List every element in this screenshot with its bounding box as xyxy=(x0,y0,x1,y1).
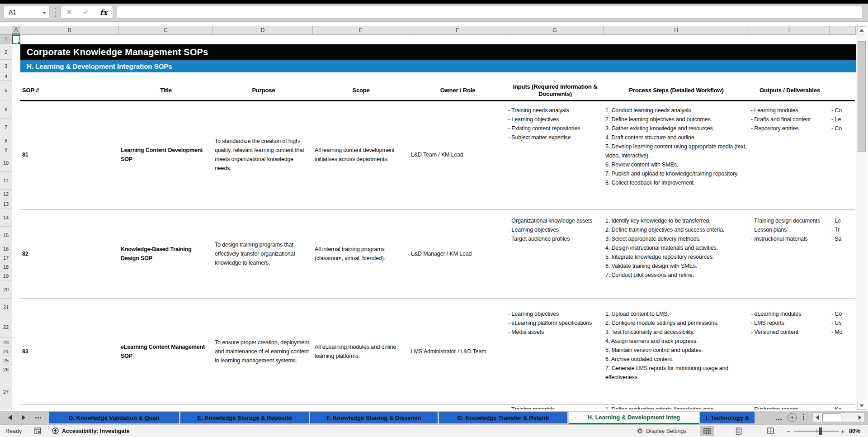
name-box-caret-icon[interactable] xyxy=(42,12,46,14)
enter-icon[interactable]: ✓ xyxy=(83,9,89,16)
hscroll-right-button[interactable] xyxy=(856,413,864,422)
tab-scroll-right-button[interactable] xyxy=(19,414,28,421)
macro-record-icon[interactable] xyxy=(34,425,41,437)
sop-purpose-cell[interactable]: To standardize the creation of high-qual… xyxy=(215,100,311,209)
sop-number-cell[interactable]: 81 xyxy=(22,100,67,209)
spreadsheet-grid[interactable]: Corporate Knowledge Management SOPs H. L… xyxy=(12,35,856,409)
column-header-i[interactable]: I xyxy=(749,26,830,34)
hscroll-left-button[interactable] xyxy=(813,413,821,422)
row-header[interactable]: 17 xyxy=(0,253,12,262)
row-header[interactable]: 26 xyxy=(0,365,12,374)
row-header[interactable]: 24 xyxy=(0,347,12,356)
accessibility-status[interactable]: Accessibility: Investigate xyxy=(52,425,129,437)
view-page-break-button[interactable] xyxy=(763,426,778,436)
sop-title-cell[interactable]: Learning Content Development SOP xyxy=(121,100,211,209)
row-header[interactable]: 16 xyxy=(0,244,12,253)
vertical-scrollbar[interactable] xyxy=(856,26,867,411)
sop-owner-cell[interactable]: LMS Administrator / L&D Team xyxy=(411,299,506,404)
row-header[interactable]: 27 xyxy=(0,374,12,409)
sop-steps-cell[interactable]: 1. Identify key knowledge to be transfer… xyxy=(605,209,749,299)
column-header-f[interactable]: F xyxy=(409,26,506,34)
horizontal-scrollbar[interactable] xyxy=(813,413,864,422)
partial-overflow-cell[interactable]: - Kn xyxy=(831,405,856,409)
zoom-level[interactable]: 80% xyxy=(849,425,860,437)
sop-outputs-cell[interactable]: - Training design documents - Lesson pla… xyxy=(751,209,829,299)
header-scope[interactable]: Scope xyxy=(313,81,409,100)
sop-owner-cell[interactable]: L&D Team / KM Lead xyxy=(411,100,506,209)
row-header[interactable]: 25 xyxy=(0,356,12,365)
column-header-d[interactable]: D xyxy=(213,26,313,34)
zoom-out-button[interactable]: − xyxy=(786,428,791,434)
selected-cell-a1[interactable] xyxy=(12,35,20,44)
sop-scope-cell[interactable]: All eLearning modules and online learnin… xyxy=(315,299,408,404)
tab-context-menu-dots[interactable] xyxy=(803,414,804,420)
sop-number-cell[interactable]: 82 xyxy=(22,209,67,299)
partial-steps-cell[interactable]: 1. Define evaluation criteria (knowledge… xyxy=(605,405,749,409)
view-page-layout-button[interactable] xyxy=(731,426,746,436)
column-header-h[interactable]: H xyxy=(604,26,749,34)
sop-scope-cell[interactable]: All learning content development initiat… xyxy=(315,100,408,209)
header-purpose[interactable]: Purpose xyxy=(215,81,312,100)
row-header[interactable]: 21 xyxy=(0,299,12,316)
row-header[interactable]: 13 xyxy=(0,199,12,209)
header-owner[interactable]: Owner / Role xyxy=(409,81,506,100)
row-header[interactable]: 7 xyxy=(0,119,12,136)
scroll-up-button[interactable] xyxy=(857,26,866,34)
row-header[interactable]: 2 xyxy=(0,44,12,60)
row-header[interactable]: 14 xyxy=(0,209,12,227)
sop-outputs-cell[interactable]: - eLearning modules - LMS reports - Vers… xyxy=(751,299,829,404)
workbook-title-cell[interactable]: Corporate Knowledge Management SOPs xyxy=(20,44,856,60)
formula-input[interactable] xyxy=(117,6,863,19)
header-inputs[interactable]: Inputs (Required Information & Documents… xyxy=(507,81,603,100)
header-sop-number[interactable]: SOP # xyxy=(22,81,76,100)
column-header-c[interactable]: C xyxy=(119,26,213,34)
row-header[interactable]: 22 xyxy=(0,316,12,338)
sop-inputs-cell[interactable]: - Organizational knowledge assets - Lear… xyxy=(508,209,602,299)
tab-overflow-right-button[interactable] xyxy=(774,416,783,423)
vertical-scrollbar-thumb[interactable] xyxy=(858,41,866,152)
tab-scroll-left-button[interactable] xyxy=(5,414,14,421)
row-header[interactable]: 9 xyxy=(0,145,12,154)
zoom-in-button[interactable]: + xyxy=(840,428,845,434)
sop-owner-cell[interactable]: L&D Manager / KM Lead xyxy=(411,209,506,299)
row-header[interactable]: 6 xyxy=(0,100,12,119)
cancel-icon[interactable]: ✕ xyxy=(66,9,72,16)
zoom-slider[interactable] xyxy=(794,431,839,432)
row-header[interactable]: 23 xyxy=(0,338,12,347)
partial-inputs-cell[interactable]: - Training materials xyxy=(508,405,602,409)
row-header[interactable]: 15 xyxy=(0,227,12,244)
sop-number-cell[interactable]: 83 xyxy=(22,299,67,404)
insert-function-icon[interactable]: fx xyxy=(100,8,107,17)
sop-purpose-cell[interactable]: To design training programs that effecti… xyxy=(215,209,311,299)
sop-outputs-cell[interactable]: - Learning modules - Drafts and final co… xyxy=(751,100,829,209)
sop-inputs-cell[interactable]: - Learning objectives - eLearning platfo… xyxy=(508,299,602,404)
sop-inputs-cell[interactable]: - Training needs analysis - Learning obj… xyxy=(508,100,602,209)
row-header[interactable]: 11 xyxy=(0,172,12,190)
row-header[interactable]: 18 xyxy=(0,262,12,271)
column-header-g[interactable]: G xyxy=(506,26,604,34)
sheet-tab-e[interactable]: E. Knowledge Storage & Reposito xyxy=(180,412,309,423)
section-banner-cell[interactable]: H. Learning & Development Integration SO… xyxy=(20,60,856,72)
header-outputs[interactable]: Outputs / Deliverables xyxy=(749,81,830,100)
scroll-down-button[interactable] xyxy=(857,402,866,410)
row-header[interactable]: 19 xyxy=(0,271,12,280)
name-box[interactable]: A1 xyxy=(4,6,50,19)
row-header[interactable]: 5 xyxy=(0,81,12,100)
sheet-tab-h-active[interactable]: H. Learning & Development Integ xyxy=(569,412,699,424)
tab-overflow-left-button[interactable] xyxy=(33,414,42,421)
row-header[interactable]: 20 xyxy=(0,280,12,299)
sop-overflow-cell[interactable]: - Co - Us - Mo xyxy=(831,299,856,404)
row-header[interactable]: 4 xyxy=(0,72,12,81)
sop-purpose-cell[interactable]: To ensure proper creation, deployment, a… xyxy=(215,299,311,404)
header-title[interactable]: Title xyxy=(119,81,213,100)
display-settings-button[interactable]: Display Settings xyxy=(637,425,687,437)
row-header[interactable]: 8 xyxy=(0,136,12,145)
view-normal-button[interactable] xyxy=(700,426,714,436)
sop-overflow-cell[interactable]: - Co - Le - Co xyxy=(831,100,856,209)
sop-scope-cell[interactable]: All internal training programs (classroo… xyxy=(315,209,408,299)
header-steps[interactable]: Process Steps (Detailed Workflow) xyxy=(604,81,749,100)
sheet-tab-i[interactable]: I. Technology & xyxy=(700,412,755,423)
add-sheet-button[interactable]: + xyxy=(788,413,797,422)
sheet-tab-d[interactable]: D. Knowledge Validation & Quali xyxy=(49,412,179,423)
row-header[interactable]: 10 xyxy=(0,154,12,172)
